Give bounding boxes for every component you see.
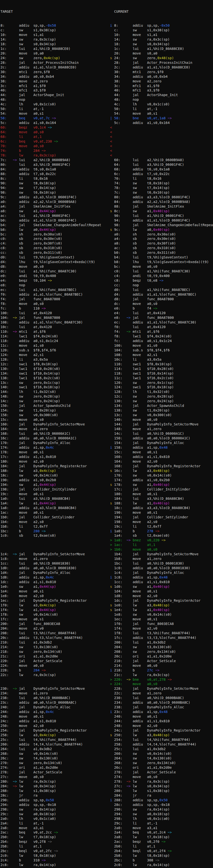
asm-line: 64: move a0,s0	[0, 130, 110, 134]
asm-line: 108: addiu a1,a1,%lo(func_80A87C30)	[0, 320, 110, 325]
asm-line: 214: move a0,s0	[110, 663, 213, 668]
asm-line: 27c: ~> lw s0,0x34(sp)	[110, 784, 213, 788]
asm-line: 22c: lw ra,0x3c(sp)	[0, 673, 110, 677]
asm-line: > 224: move a0,s0	[110, 682, 213, 686]
current-column-header: CURRENT	[110, 9, 213, 14]
asm-line: 25c: lui a1,0x3db2	[110, 747, 213, 751]
asm-line: 34: addiu a0,s0,0xb4	[110, 74, 213, 79]
asm-line: 1e4: move a0,s1	[0, 589, 110, 594]
asm-line: 10: move s1,a1	[0, 33, 110, 37]
asm-line: 160: addiu a1,s1,0x810	[110, 455, 213, 459]
asm-line: 10c: lui at,0x4120	[0, 325, 110, 329]
asm-line	[0, 538, 110, 542]
asm-line: 268: sw zero,0x134(s0)	[110, 761, 213, 765]
asm-line: d0: lui a1,%hi(func_80A87BEC)	[110, 287, 213, 292]
asm-line: 134: jal Actor_SpawnAsChild	[110, 403, 213, 408]
asm-line: 154: jal DynaPolyInfo_Alloc	[110, 441, 213, 445]
asm-line: b4: lui t9,%hi(gSaveContext)	[110, 255, 213, 260]
asm-line: 38: move a2,zero	[110, 79, 213, 84]
asm-line: 218: sw zero,0x134(s0)	[0, 649, 110, 654]
asm-line: 1b0: jal Collider_SetCylinder	[0, 515, 110, 520]
asm-line: b0: sb zero,0x311(s0)	[110, 250, 213, 255]
asm-line: 254: jal DynaPolyInfo_RegisterActor	[0, 728, 110, 733]
asm-line: 1bc: lui a0,%hi(D_06001830)	[110, 561, 213, 566]
asm-line: 2a8: lw t7,0x18(sp)	[110, 835, 213, 839]
asm-line: 1b4: move a2,s0	[0, 520, 110, 524]
asm-line: c: sw s1,0x38(sp)	[110, 28, 213, 33]
asm-line: 40: mfc1 a3,$f0	[110, 88, 213, 93]
asm-line: a8: sw a1,0x44(sp)	[0, 209, 110, 213]
asm-line: 48: nop	[110, 97, 213, 102]
asm-line: 20c: ori a1,a1,0x2d0e	[110, 654, 213, 659]
asm-line: 154: sw t1,0x20(sp)	[0, 408, 110, 413]
asm-line: 60: lui a2,%hi(D_0600B9A8)	[110, 158, 213, 162]
asm-line: 148: move a1,zero	[110, 427, 213, 431]
asm-line: 248: move a2,s0	[110, 723, 213, 728]
asm-line: 28: jal Actor_ProcessInitChain	[0, 60, 110, 65]
asm-line: 144: jal DynaPolyInfo_SetActorMove	[110, 422, 213, 427]
asm-line: 1f0: lw a3,0x4c(sp)	[0, 603, 110, 608]
asm-line: 3c: mfc1 a1,$f0	[110, 84, 213, 88]
asm-line: dc: move a0,s0	[110, 302, 213, 306]
asm-line: 24c: jal DynaPolyInfo_RegisterActor	[110, 728, 213, 733]
asm-line	[0, 682, 110, 686]
asm-line: 14: sw ra,0x3c(sp)	[0, 37, 110, 42]
asm-line: 248: move a0,s1	[0, 714, 110, 719]
asm-line: 21c: lw ra,0x3c(sp)	[110, 673, 213, 677]
asm-line: 1c: lui a1,%hi(D_80A88CE0)	[0, 46, 110, 51]
asm-line: 198: jal Collider_InitCylinder	[0, 487, 110, 492]
asm-line: 228: b 284 ~>	[0, 668, 110, 673]
asm-line: 58: beq v0,at,7c ~>	[0, 116, 110, 121]
asm-line: 28c: jr ra	[0, 793, 110, 798]
asm-line: 130: lwc1 $f10,0x28(s0)	[0, 367, 110, 371]
asm-line: f4: ~> mtc1 at,$f6	[110, 329, 213, 334]
asm-line: 54: move a0,s1	[110, 111, 213, 116]
asm-line: ec: addiu a1,a1,%lo(func_80A87C30)	[110, 320, 213, 325]
asm-line: f0: lui at,0x4120	[110, 325, 213, 329]
asm-line: 298: lh v0,0x1c(a0)	[110, 816, 213, 821]
target-lines: 8: addiu sp,sp,-0x58c: sw s1,0x38(sp)10:…	[0, 23, 110, 868]
asm-line: 11c: move a1,s0	[0, 343, 110, 348]
current-column: CURRENT i 8: addiu sp,sp,-0x50 c: sw s1,…	[110, 0, 213, 868]
asm-line: c8: sb zero,0x310(s0)	[0, 246, 110, 250]
asm-line: 150: jal Actor_SpawnAsChild	[0, 403, 110, 408]
asm-line: 198: move a2,s0	[110, 520, 213, 524]
asm-line: 274: move a0,s0	[110, 775, 213, 779]
asm-line: c4: sb zero,0x30f(s0)	[0, 241, 110, 246]
asm-line: 200: jal func_8003ECA8	[0, 622, 110, 626]
asm-line: 204: sw t3,0x130(s0)	[110, 645, 213, 649]
asm-line: 2c0: lw ra,0x14(sp)	[110, 863, 213, 867]
asm-line: 94: addiu a1,a1,%lo(D_06001F4C)	[110, 218, 213, 223]
asm-line: 24: sw zero,0x4c(sp)	[0, 56, 110, 60]
asm-line: e8: nop	[0, 283, 110, 287]
asm-line: 1fc: move a0,s1	[0, 617, 110, 622]
asm-line: 284: jr ra	[110, 793, 213, 798]
asm-line: 14c: lui a0,%hi(D_06000A1C)	[110, 431, 213, 436]
asm-line: 280: ~> lw ra,0x3c(sp)	[0, 779, 110, 784]
asm-line: 294: sw a0,0x18(sp)	[110, 812, 213, 816]
asm-line: f8: lwc1 $f4,0x24(s0)	[110, 334, 213, 339]
asm-line: d4: lhu t9,%lo(gSaveContext+0xeda)(t9)	[0, 260, 110, 264]
asm-line: 68: addiu t6,s0,0x1a8	[110, 167, 213, 172]
asm-line: 180: move a0,s1	[110, 492, 213, 496]
asm-line: 2c: addiu a1,a1,%lo(D_80A88CE0)	[110, 65, 213, 70]
asm-line: cc: nop	[110, 283, 213, 287]
asm-line: 110: ~> mtc1 at,$f6	[0, 329, 110, 334]
asm-line: 1c4: jal DynaPolyInfo_Alloc	[110, 570, 213, 575]
asm-line: 110: swc1 $f8,0x10(sp)	[110, 362, 213, 367]
asm-line: 60: beqz v0,1c4 ~>	[0, 125, 110, 130]
asm-line: 2b8: lw t8,0x18(sp)	[110, 853, 213, 858]
asm-line: 258: lw a3,0x4c(sp)	[0, 733, 110, 738]
asm-line: 2a8: move a3,a1	[0, 826, 110, 830]
asm-line: 104: sub.s $f8,$f4,$f6	[110, 348, 213, 352]
asm-line: s 1e0: lw a3,0x48(sp)	[110, 603, 213, 608]
asm-line: 1ec: jal DynaPolyInfo_RegisterActor	[0, 598, 110, 603]
asm-line: 10c: li a3,0x5a	[110, 357, 213, 362]
asm-line: 120: sub.s $f8,$f4,$f6	[0, 348, 110, 352]
asm-line: 140: swc1 $f16,0x18(sp)	[0, 385, 110, 390]
asm-line: 2b0: li at,1	[110, 844, 213, 849]
asm-line: 54: move a0,s1	[0, 111, 110, 116]
asm-line: d8: move a0,s0	[0, 264, 110, 269]
asm-line: 12c: sw zero,0x28(sp)	[110, 394, 213, 399]
asm-line: 254: lui t4,%hi(func_80A87F44)	[110, 738, 213, 742]
